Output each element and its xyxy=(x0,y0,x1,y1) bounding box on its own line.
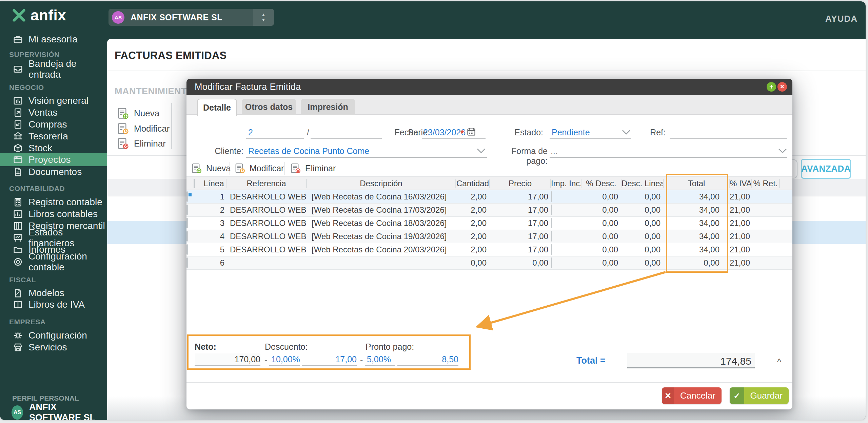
sidebar-item-modelos[interactable]: Modelos xyxy=(0,287,107,300)
line-row-4[interactable]: 4DESARROLLO WEB[Web Recetas de Cocina 19… xyxy=(186,230,792,243)
sidebar-item-label: Ventas xyxy=(28,107,58,118)
sidebar-item-documentos[interactable]: Documentos xyxy=(0,166,107,178)
doc-delete-icon xyxy=(290,163,301,174)
company-selector[interactable]: AS ANFIX SOFTWARE SL ▲▼ xyxy=(108,9,274,26)
line-nueva-button[interactable]: Nueva xyxy=(191,163,231,174)
imp-inc-checkbox[interactable] xyxy=(551,205,552,215)
maintenance-modificar-button[interactable]: Modificar xyxy=(117,122,170,135)
imp-inc-checkbox[interactable] xyxy=(551,257,552,268)
sidebar-item-ventas[interactable]: Ventas xyxy=(0,106,107,119)
tab-otros-datos[interactable]: Otros datos xyxy=(242,99,296,115)
desc-lineal-cell: 0,00 xyxy=(622,218,664,228)
line-checkbox[interactable] xyxy=(186,218,188,228)
imp-inc-checkbox[interactable] xyxy=(551,191,552,202)
cancel-button-label: Cancelar xyxy=(674,387,722,404)
sidebar-item-estados-financieros[interactable]: Estados financieros xyxy=(0,231,107,244)
calendar-icon[interactable] xyxy=(467,127,476,138)
modal-close-button[interactable]: ✕ xyxy=(777,82,787,92)
company-stepper-icon[interactable]: ▲▼ xyxy=(253,9,274,26)
line-row-5[interactable]: 5DESARROLLO WEB[Web Recetas de Cocina 20… xyxy=(186,243,792,256)
sidebar-item-mi-asesoría[interactable]: Mi asesoría xyxy=(0,33,107,46)
lines-select-all-checkbox[interactable] xyxy=(194,179,195,188)
sidebar-item-stock[interactable]: Stock xyxy=(0,142,107,155)
grand-total-caret-icon[interactable]: ^ xyxy=(777,357,781,367)
grand-total-label: Total = xyxy=(576,355,606,366)
help-link[interactable]: AYUDA xyxy=(825,14,857,24)
line-checkbox[interactable] xyxy=(186,191,188,202)
line-select-cell xyxy=(186,258,202,268)
sidebar-item-libros-contables[interactable]: Libros contables xyxy=(0,208,107,220)
desc-lineal-cell: 0,00 xyxy=(622,192,664,201)
desc-lineal-cell: 0,00 xyxy=(622,245,664,254)
descripcion-cell: [Web Recetas de Cocina 18/03/2026] xyxy=(307,218,456,228)
sidebar-item-bandeja-de-entrada[interactable]: Bandeja de entrada xyxy=(0,63,107,76)
sidebar-item-registro-contable[interactable]: Registro contable xyxy=(0,196,107,209)
maintenance-nueva-button[interactable]: Nueva xyxy=(117,107,159,119)
line-checkbox[interactable] xyxy=(186,205,188,215)
maintenance-eliminar-button[interactable]: Eliminar xyxy=(117,137,166,150)
pronto-amount-input[interactable]: 8,50 xyxy=(397,353,458,366)
anfix-logo[interactable]: anfix xyxy=(12,7,66,24)
serie-value[interactable]: 2 xyxy=(248,128,253,137)
maintenance-action-label: Eliminar xyxy=(134,138,166,149)
linea-cell: 3 xyxy=(202,218,226,228)
sidebar: anfix Mi asesoríaSUPERVISIÓNBandeja de e… xyxy=(0,1,107,420)
profile-avatar: AS xyxy=(12,405,23,420)
imp-inc-cell xyxy=(551,205,581,215)
sidebar-item-configuración-contable[interactable]: Configuración contable xyxy=(0,255,107,268)
modal-add-button[interactable]: + xyxy=(767,82,776,92)
serie2-underline[interactable] xyxy=(311,138,382,139)
line-checkbox[interactable] xyxy=(186,244,188,255)
line-eliminar-button[interactable]: Eliminar xyxy=(290,163,336,174)
fecha-value[interactable]: 23/03/2026 xyxy=(423,128,466,137)
grand-total-input[interactable]: 174,85 xyxy=(627,353,755,368)
imp-inc-cell xyxy=(551,245,581,254)
pronto-pct-input[interactable]: 5,00% xyxy=(365,353,395,366)
line-select-cell xyxy=(186,218,202,228)
imp-inc-cell xyxy=(551,258,581,268)
advanced-search-button[interactable]: AVANZADA xyxy=(801,159,851,179)
imp-inc-checkbox[interactable] xyxy=(551,231,552,242)
sidebar-item-compras[interactable]: Compras xyxy=(0,118,107,131)
cantidad-cell: 2,00 xyxy=(456,232,490,241)
profile-company[interactable]: AS ANFIX SOFTWARE SL xyxy=(0,404,107,420)
line-modificar-button[interactable]: Modificar xyxy=(235,163,284,174)
save-button[interactable]: ✓ Guardar xyxy=(730,387,789,404)
line-checkbox[interactable] xyxy=(186,257,188,268)
line-row-2[interactable]: 2DESARROLLO WEB[Web Recetas de Cocina 17… xyxy=(186,204,792,217)
sidebar-section-contabilidad: CONTABILIDAD xyxy=(9,185,65,193)
estado-value[interactable]: Pendiente xyxy=(552,128,590,137)
forma-pago-value[interactable]: ... xyxy=(551,146,558,156)
briefcase-icon xyxy=(13,34,23,44)
sidebar-item-servicios[interactable]: Servicios xyxy=(0,341,107,354)
gear-icon xyxy=(13,330,23,341)
sidebar-item-tesorería[interactable]: Tesorería xyxy=(0,130,107,143)
descuento-pct-input[interactable]: 10,00% xyxy=(269,353,300,366)
descuento-amount-input[interactable]: 17,00 xyxy=(302,353,357,366)
neto-input[interactable]: 170,00 xyxy=(195,353,260,366)
sidebar-item-proyectos[interactable]: Proyectos xyxy=(0,153,107,166)
doc-add-icon xyxy=(191,163,202,174)
referencia-cell: DESARROLLO WEB xyxy=(226,192,307,201)
line-checkbox[interactable] xyxy=(186,231,188,242)
cliente-chevron-icon[interactable] xyxy=(477,148,486,153)
cancel-button[interactable]: ✕ Cancelar xyxy=(662,387,722,404)
tab-detalle[interactable]: Detalle xyxy=(197,99,237,116)
imp-inc-checkbox[interactable] xyxy=(551,244,552,255)
line-row-3[interactable]: 3DESARROLLO WEB[Web Recetas de Cocina 18… xyxy=(186,217,792,230)
forma-pago-chevron-icon[interactable] xyxy=(778,148,787,153)
sidebar-item-configuración[interactable]: Configuración xyxy=(0,329,107,342)
cliente-value[interactable]: Recetas de Cocina Punto Come xyxy=(248,146,369,156)
line-select-cell xyxy=(186,232,202,241)
toolbar-action-label: Modificar xyxy=(250,164,284,173)
column-header: Cantidad xyxy=(456,179,490,188)
line-row-6[interactable]: 60,000,000,000,000,0021,00 xyxy=(186,256,792,270)
sidebar-item-libros-de-iva[interactable]: Libros de IVA xyxy=(0,298,107,311)
line-row-1[interactable]: 1DESARROLLO WEB[Web Recetas de Cocina 16… xyxy=(186,190,792,204)
cliente-underline xyxy=(246,157,487,158)
doc-edit-icon xyxy=(117,122,129,135)
imp-inc-checkbox[interactable] xyxy=(551,218,552,228)
tab-impresión[interactable]: Impresión xyxy=(301,99,355,115)
sidebar-item-visión-general[interactable]: Visión general xyxy=(0,94,107,107)
estado-chevron-icon[interactable] xyxy=(622,130,631,134)
